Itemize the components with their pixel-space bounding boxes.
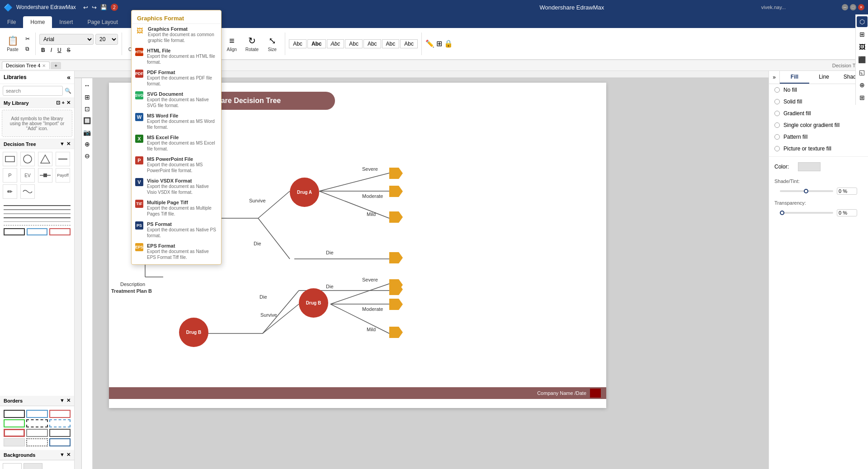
vtool-1[interactable]: ↔ [83,81,91,90]
backgrounds-expand[interactable]: ▼ [60,452,65,458]
shape-payoff[interactable]: Payoff [56,168,70,183]
tab-line[interactable]: Line [809,71,839,84]
tab-insert[interactable]: Insert [52,16,80,28]
border-item-8[interactable] [26,429,47,437]
vtool-5[interactable]: 📷 [82,128,92,137]
fill-single-gradient-radio[interactable] [774,122,780,128]
tab-file[interactable]: File [0,16,23,28]
search-input[interactable] [3,86,63,96]
rp-icon-7[interactable]: ⊞ [857,92,868,103]
export-item-word[interactable]: W MS Word File Export the document as MS… [132,111,221,132]
pen-button[interactable]: ✏️ [425,39,434,48]
shape-slider[interactable] [38,168,52,183]
rp-icon-4[interactable]: ⬛ [857,54,868,65]
decision-tree-section-header[interactable]: Decision Tree ▼ ✕ [0,139,74,149]
rp-icon-6[interactable]: ⊕ [857,80,868,90]
fill-option-solid[interactable]: Solid fill [769,96,868,108]
transparency-slider-thumb[interactable] [780,211,784,215]
export-item-visio[interactable]: V Visio VSDX Format Export the document … [132,176,221,197]
border-style-1[interactable] [4,228,25,235]
backgrounds-section-header[interactable]: Backgrounds ▼ ✕ [0,450,74,460]
export-item-excel[interactable]: X MS Excel File Export the document as M… [132,132,221,154]
border-item-12[interactable] [49,438,71,446]
borders-expand[interactable]: ▼ [60,398,65,403]
vtool-7[interactable]: ⊖ [84,151,91,160]
border-item-1[interactable] [4,410,25,418]
copy-button[interactable]: ⧉ [24,45,32,53]
fill-option-none[interactable]: No fill [769,84,868,96]
redo-button[interactable]: ↪ [92,4,97,11]
background-white[interactable] [3,463,22,469]
shape-ev[interactable]: EV [20,168,35,183]
border-item-6[interactable] [49,419,71,427]
my-library-header[interactable]: My Library ⊡ + ✕ [0,98,74,108]
right-panel-collapse[interactable]: » [769,71,780,84]
my-library-close-btn[interactable]: ✕ [66,100,71,106]
text-style-6[interactable]: Abc [382,39,400,48]
borders-section-header[interactable]: Borders ▼ ✕ [0,396,74,406]
fill-gradient-radio[interactable] [774,111,780,116]
text-style-3[interactable]: Abc [327,39,344,48]
border-item-7[interactable] [4,429,25,437]
doc-tab-close[interactable]: ✕ [42,63,46,68]
paste-button[interactable]: 📋 Paste [4,33,22,54]
libraries-collapse-button[interactable]: « [67,74,71,81]
background-gray[interactable] [24,463,42,469]
vtool-2[interactable]: ⊞ [84,93,91,102]
vtool-4[interactable]: 🔲 [82,116,92,125]
italic-button[interactable]: I [49,47,54,54]
text-style-7[interactable]: Abc [400,39,418,48]
export-item-ps[interactable]: PS PS Format Export the document as Nati… [132,219,221,241]
vtool-3[interactable]: ⊡ [84,104,91,113]
export-item-svg[interactable]: SVG SVG Document Export the document as … [132,89,221,111]
export-item-tiff[interactable]: TIF Multiple Page Tiff Export the docume… [132,197,221,219]
font-size-select[interactable]: 20 [95,34,118,45]
text-style-4[interactable]: Abc [345,39,363,48]
text-style-1[interactable]: Abc [289,39,307,48]
size-button[interactable]: ⤡ Size [263,33,281,54]
shade-slider-thumb[interactable] [804,189,808,193]
rotate-button[interactable]: ↻ Rotate [243,33,261,54]
decision-tree-expand[interactable]: ▼ [60,141,65,147]
border-item-10[interactable] [4,438,25,446]
shape-line[interactable] [56,152,70,166]
tab-page-layout[interactable]: Page Layout [80,16,125,28]
vtool-6[interactable]: ⊕ [84,140,91,149]
export-item-ppt[interactable]: P MS PowerPoint File Export the document… [132,154,221,176]
font-family-select[interactable]: Arial [39,34,94,45]
text-style-2[interactable]: Abc [307,39,326,48]
export-item-html[interactable]: HTM HTML File Export the document as HTM… [132,46,221,67]
border-item-9[interactable] [49,429,71,437]
strikethrough-button[interactable]: S [65,47,72,54]
rp-icon-5[interactable]: ◱ [857,67,868,78]
transparency-value-input[interactable] [837,209,857,216]
border-style-3[interactable] [49,228,71,235]
fill-option-pattern[interactable]: Pattern fill [769,131,868,143]
align-button[interactable]: ≡ Align [223,34,241,54]
fill-solid-radio[interactable] [774,99,780,104]
border-item-11[interactable] [26,438,47,446]
rp-icon-3[interactable]: 🖼 [857,42,868,52]
shape-wave[interactable] [20,184,35,199]
export-item-pdf[interactable]: PDF PDF Format Export the document as PD… [132,67,221,89]
border-style-2[interactable] [27,228,48,235]
fill-option-single-gradient[interactable]: Single color gradient fill [769,119,868,131]
underline-button[interactable]: U [56,47,63,54]
transparency-slider-track[interactable] [780,212,833,214]
shade-value-input[interactable] [837,188,857,195]
search-button[interactable]: 🔍 [65,88,71,94]
my-library-add-btn[interactable]: + [62,100,65,106]
shape-pen[interactable]: ✏ [3,184,17,199]
color-swatch[interactable] [798,162,821,171]
my-library-icon-btn[interactable]: ⊡ [56,100,60,106]
border-item-4[interactable] [4,419,25,427]
backgrounds-close[interactable]: ✕ [66,452,71,458]
border-item-3[interactable] [49,410,71,418]
fill-option-gradient[interactable]: Gradient fill [769,108,868,119]
save-button[interactable]: 💾 [100,4,107,10]
shape-p[interactable]: P [3,168,17,183]
fill-none-radio[interactable] [774,87,780,93]
undo-button[interactable]: ↩ [83,4,88,11]
shape-triangle[interactable] [38,152,52,166]
close-button[interactable]: ✕ [858,4,864,10]
